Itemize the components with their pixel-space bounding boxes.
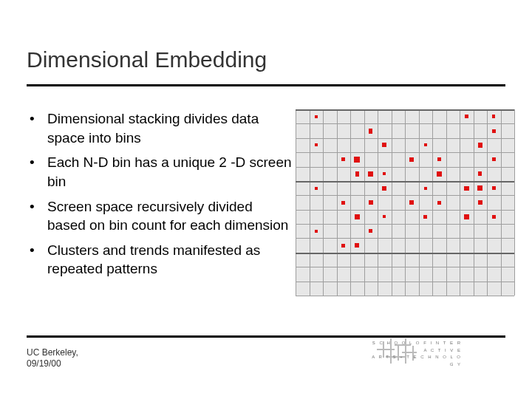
grid-line-horizontal [296, 296, 514, 296]
siat-logo: S C H O O L O F I N T E R A C T I V E A … [377, 335, 495, 369]
data-point [424, 143, 427, 146]
data-point [341, 244, 345, 248]
data-point [437, 157, 441, 161]
data-point [478, 200, 482, 205]
grid-line-horizontal [296, 267, 514, 267]
footer: UC Berkeley, 09/19/00 [27, 347, 78, 369]
slide-title: Dimensional Embedding [27, 47, 267, 72]
data-point [315, 115, 318, 118]
data-point [382, 143, 386, 147]
data-point [355, 214, 360, 219]
grid-line-horizontal [296, 282, 514, 282]
grid-line-horizontal [296, 195, 514, 196]
grid-line-vertical [514, 109, 515, 296]
data-point [464, 214, 469, 219]
data-point [492, 157, 496, 161]
data-point [409, 157, 414, 162]
bullet-item: Dimensional stacking divides data space … [27, 109, 293, 147]
data-point [437, 171, 442, 177]
footer-date: 09/19/00 [27, 358, 61, 369]
data-point [341, 201, 345, 205]
data-point [478, 171, 482, 176]
data-point [383, 172, 386, 175]
data-point [492, 186, 496, 190]
siat-logo-text: S C H O O L O F I N T E R A C T I V E A … [366, 340, 462, 368]
grid-line-horizontal [296, 253, 514, 254]
data-point [355, 171, 359, 177]
data-point [315, 230, 318, 233]
bullet-item: Each N-D bin has a unique 2 -D screen bi… [27, 153, 293, 191]
data-point [382, 186, 386, 191]
data-point [424, 187, 427, 190]
grid-line-horizontal [296, 167, 514, 168]
bullet-list: Dimensional stacking divides data space … [27, 109, 293, 279]
data-point [437, 201, 441, 205]
siat-line1: S C H O O L O F I N T E R A C T I V E [372, 341, 462, 352]
data-point [409, 200, 414, 205]
data-point [383, 215, 386, 218]
bullet-item: Screen space recursively divided based o… [27, 197, 293, 235]
data-point [341, 157, 345, 161]
data-point [368, 171, 373, 177]
grid-line-horizontal [296, 224, 514, 225]
data-point [315, 143, 318, 146]
body-text: Dimensional stacking divides data space … [27, 109, 293, 284]
data-point [492, 215, 496, 219]
grid-line-horizontal [296, 181, 514, 183]
grid-line-horizontal [296, 210, 514, 211]
grid-line-horizontal [296, 123, 514, 124]
grid-line-horizontal [296, 138, 514, 139]
dimensional-stacking-figure [296, 109, 514, 296]
footer-institution: UC Berkeley, [27, 347, 78, 358]
data-point [423, 215, 427, 219]
data-point [478, 143, 482, 148]
data-point [354, 157, 360, 163]
data-point [465, 115, 468, 118]
grid-line-horizontal [296, 109, 514, 111]
data-point [492, 115, 495, 118]
data-point [492, 129, 496, 133]
data-point [369, 200, 373, 205]
data-point [369, 129, 372, 134]
bullet-item: Clusters and trends manifested as repeat… [27, 241, 293, 279]
data-point [369, 229, 372, 233]
data-point [477, 185, 482, 191]
grid-line-horizontal [296, 152, 514, 153]
slide: Dimensional Embedding Dimensional stacki… [0, 0, 532, 399]
siat-line2: A R T S + T E C H N O L O G Y [372, 355, 462, 366]
data-point [355, 243, 359, 248]
data-point [464, 186, 469, 191]
data-point [315, 187, 318, 190]
divider-top [27, 84, 505, 86]
grid-line-horizontal [296, 238, 514, 239]
